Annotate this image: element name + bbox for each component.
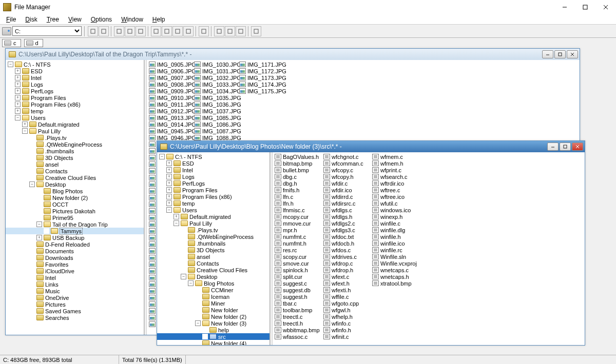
icons-small-button[interactable] — [125, 26, 135, 36]
tree-item[interactable]: Intel — [6, 274, 144, 281]
child-minimize-button[interactable] — [542, 50, 553, 58]
file-item[interactable]: wfdirrd.c — [323, 193, 372, 200]
file-item[interactable]: wfdlgs2.c — [323, 220, 372, 227]
tree-item[interactable]: −C:\ - NTFS — [157, 153, 270, 160]
security-button[interactable] — [251, 26, 261, 36]
sort-type-button[interactable] — [162, 26, 172, 36]
tree-item[interactable]: .Plays.tv — [157, 227, 270, 233]
file-item[interactable]: IMG_0907.JPG — [149, 74, 194, 81]
collapse-icon[interactable]: − — [159, 154, 165, 159]
expand-icon[interactable]: + — [15, 88, 21, 94]
tree-item[interactable]: +Logs — [6, 81, 144, 88]
file-item[interactable]: mcopy.cur — [275, 213, 323, 220]
file-item[interactable]: BagOValues.h — [275, 153, 323, 160]
tree-item[interactable]: −New folder (3) — [157, 320, 270, 327]
sort-date-button[interactable] — [183, 26, 194, 36]
file-item[interactable]: wfinfo.h — [323, 327, 372, 333]
drive-select[interactable]: C: — [12, 26, 82, 36]
maximize-button[interactable] — [575, 0, 595, 14]
tree-item[interactable]: .Plays.tv — [6, 134, 144, 141]
file-item[interactable]: wfassoc.c — [275, 333, 323, 340]
expand-icon[interactable]: + — [15, 68, 21, 74]
tree-pane[interactable]: −C:\ - NTFS+ESD+Intel+Logs+PerfLogs+Prog… — [6, 60, 144, 335]
file-item[interactable]: windows.ico — [372, 207, 421, 213]
file-item[interactable]: wnetcaps.c — [372, 267, 421, 273]
tree-item[interactable]: +Program Files — [6, 94, 144, 101]
tree-item[interactable]: Pictures — [6, 301, 144, 308]
tree-item[interactable]: iCloudDrive — [6, 268, 144, 274]
tree-item[interactable]: −Paul Lilly — [6, 128, 144, 134]
file-item[interactable]: lfn.h — [275, 200, 323, 207]
expand-icon[interactable]: + — [166, 187, 172, 193]
file-item[interactable]: lfn.c — [275, 193, 323, 200]
file-item[interactable]: IMG_0913.JPG — [149, 114, 194, 121]
file-item[interactable]: winfile.c — [372, 220, 421, 227]
tree-item[interactable]: Links — [6, 281, 144, 288]
file-item[interactable]: IMG_1035.JPG — [194, 94, 239, 101]
file-item[interactable]: suggest.db — [275, 287, 323, 293]
expand-icon[interactable]: + — [166, 200, 172, 206]
expand-icon[interactable]: + — [166, 167, 172, 173]
file-item[interactable]: wfutil.c — [372, 200, 421, 207]
minimize-button[interactable] — [554, 0, 575, 14]
file-item[interactable]: winfile.dlg — [372, 227, 421, 233]
collapse-icon[interactable]: − — [15, 115, 21, 120]
file-item[interactable]: dbg.c — [275, 173, 323, 180]
tree-item[interactable]: Saved Games — [6, 308, 144, 314]
file-item[interactable]: wfsearch.c — [372, 173, 421, 180]
file-item[interactable]: numfmt.c — [275, 233, 323, 240]
tree-item[interactable]: +Program Files (x86) — [157, 193, 270, 200]
expand-icon[interactable]: + — [36, 235, 42, 240]
file-list-pane[interactable]: BagOValues.hbitmap.bmpbullet.bmpdbg.cdbg… — [273, 152, 585, 345]
collapse-icon[interactable]: − — [195, 320, 201, 326]
tree-item[interactable]: +Intel — [6, 74, 144, 81]
tree-item[interactable]: Contacts — [6, 168, 144, 174]
tree-item[interactable]: Tammys — [6, 228, 144, 234]
child-close-button[interactable] — [567, 50, 578, 58]
tree-item[interactable]: −Users — [157, 207, 270, 213]
file-item[interactable]: wfdocb.h — [323, 240, 372, 247]
file-item[interactable]: IMG_1085.JPG — [194, 114, 239, 121]
collapse-icon[interactable]: − — [29, 181, 35, 187]
file-item[interactable]: wfdrop.c — [323, 260, 372, 267]
expand-icon[interactable]: + — [15, 108, 21, 114]
tree-item[interactable]: .thumbnails — [157, 240, 270, 247]
file-item[interactable]: wfcopy.h — [323, 173, 372, 180]
file-item[interactable]: wfprint.c — [372, 167, 421, 173]
file-item[interactable]: wfmem.c — [372, 153, 421, 160]
file-item[interactable]: wfchgnot.c — [323, 153, 372, 160]
file-item[interactable]: wfexti.h — [323, 287, 372, 293]
file-item[interactable]: IMG_1032.JPG — [194, 74, 239, 81]
menu-tree[interactable]: Tree — [43, 15, 63, 24]
file-item[interactable]: wbbitmap.bmp — [275, 327, 323, 333]
file-item[interactable]: wnetcaps.h — [372, 273, 421, 280]
file-item[interactable]: wfdlgs3.c — [323, 227, 372, 233]
file-item[interactable]: wfdlgs.h — [323, 213, 372, 220]
menu-file[interactable]: File — [2, 15, 20, 24]
expand-icon[interactable]: + — [15, 95, 21, 100]
tree-item[interactable]: help — [157, 327, 270, 333]
tree-item[interactable]: OneDrive — [6, 294, 144, 301]
file-item[interactable]: IMG_1171.JPG — [239, 61, 284, 68]
file-item[interactable]: wfmem.h — [372, 160, 421, 167]
tree-item[interactable]: Pictures Dakotah — [6, 208, 144, 214]
icons-large-button[interactable] — [114, 26, 124, 36]
collapse-icon[interactable]: − — [36, 221, 42, 227]
collapse-icon[interactable]: − — [188, 280, 194, 286]
file-item[interactable]: IMG_0910.JPG — [149, 94, 194, 101]
file-item[interactable]: IMG_1174.JPG — [239, 81, 284, 88]
file-item[interactable]: toolbar.bmp — [275, 307, 323, 313]
tree-item[interactable]: Favorites — [6, 261, 144, 268]
menu-disk[interactable]: Disk — [21, 15, 41, 24]
file-item[interactable]: winfile.h — [372, 233, 421, 240]
file-item[interactable]: treectl.h — [275, 320, 323, 327]
tree-item[interactable]: −Paul Lilly — [157, 220, 270, 227]
tree-item[interactable]: −C:\ - NTFS — [6, 61, 144, 68]
tree-item[interactable]: Downloads — [6, 254, 144, 261]
file-item[interactable]: suggest.h — [275, 293, 323, 300]
tree-item[interactable]: Contacts — [157, 260, 270, 267]
child-minimize-button[interactable] — [547, 143, 559, 151]
file-item[interactable]: smove.cur — [275, 260, 323, 267]
tree-item[interactable]: Creative Cloud Files — [6, 174, 144, 181]
file-item[interactable]: wfdir.ico — [323, 187, 372, 193]
